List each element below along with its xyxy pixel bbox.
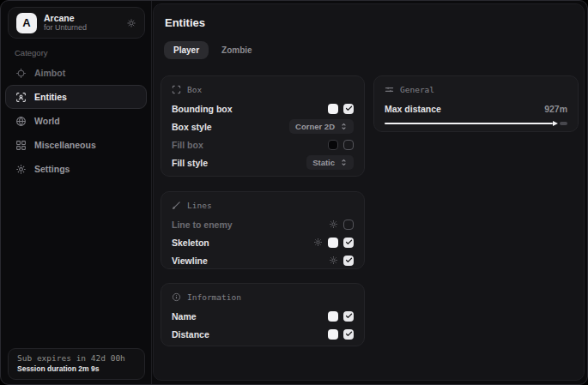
lines-section-card: Lines Line to enemy Skeleton (161, 191, 365, 269)
sidebar-item-label: World (34, 116, 60, 126)
sidebar-item-world[interactable]: World (5, 109, 147, 133)
chevron-up-down-icon (340, 123, 348, 130)
setting-label: Bounding box (172, 104, 233, 114)
setting-row-fill-box: Fill box (172, 138, 354, 151)
setting-row-max-distance: Max distance 927m (385, 102, 567, 115)
setting-label: Distance (172, 329, 209, 340)
session-duration-text: Session duration 2m 9s (17, 364, 136, 373)
sidebar-item-aimbot[interactable]: Aimbot (5, 61, 147, 85)
app-subtitle: for Unturned (44, 23, 119, 32)
box-style-select[interactable]: Corner 2D (289, 119, 354, 134)
tab-zombie[interactable]: Zombie (212, 41, 262, 59)
setting-label: Max distance (385, 104, 441, 114)
max-distance-value: 927m (544, 104, 567, 114)
setting-row-fill-style: Fill style Static (172, 156, 354, 169)
setting-row-bounding-box: Bounding box (172, 102, 354, 115)
box-corners-icon (172, 85, 181, 94)
row-settings-gear-icon[interactable] (329, 220, 338, 229)
section-title: General (400, 85, 434, 94)
entity-tabs: Player Zombie (164, 41, 262, 59)
person-scan-icon (15, 92, 27, 103)
chevron-up-down-icon (340, 159, 348, 166)
globe-icon (15, 116, 27, 127)
fill-style-select[interactable]: Static (306, 155, 354, 170)
app-name: Arcane (44, 13, 119, 23)
sub-expires-text: Sub expires in 42d 00h (17, 353, 136, 363)
subscription-status-card: Sub expires in 42d 00h Session duration … (8, 348, 145, 380)
setting-label: Viewline (172, 256, 208, 266)
box-section-header: Box (172, 84, 354, 94)
sidebar-item-label: Entities (34, 92, 67, 102)
setting-row-box-style: Box style Corner 2D (172, 120, 354, 133)
sidebar-item-settings[interactable]: Settings (5, 157, 147, 181)
diagonal-line-icon (172, 201, 181, 210)
setting-label: Box style (172, 122, 212, 132)
slider-thumb-arrow[interactable] (553, 121, 558, 126)
information-section-card: Information Name Distance (161, 283, 365, 346)
row-settings-gear-icon[interactable] (329, 256, 338, 265)
sidebar-item-label: Miscellaneous (34, 140, 96, 150)
checkbox-unchecked[interactable] (343, 140, 354, 150)
setting-label: Fill box (172, 140, 203, 150)
sync-icon[interactable] (126, 18, 136, 28)
checkbox-checked[interactable] (343, 311, 354, 322)
sidebar-item-label: Aimbot (34, 68, 65, 78)
setting-label: Line to enemy (172, 220, 233, 230)
sidebar-item-entities[interactable]: Entities (5, 85, 147, 109)
setting-row-name: Name (172, 310, 354, 322)
color-swatch[interactable] (328, 311, 338, 322)
grid-icon (15, 140, 27, 151)
sidebar: A Arcane for Unturned Category Aimbot (1, 1, 152, 384)
main-panel: Entities Player Zombie Box Bounding box (153, 3, 585, 381)
slider-track-remainder (560, 122, 567, 125)
sidebar-item-miscellaneous[interactable]: Miscellaneous (5, 133, 147, 157)
box-section-card: Box Bounding box Box style Corner 2D (161, 75, 365, 177)
section-title: Box (187, 85, 202, 94)
color-swatch[interactable] (328, 238, 338, 248)
category-label: Category (15, 48, 48, 57)
setting-label: Fill style (172, 158, 208, 168)
checkbox-checked[interactable] (343, 329, 354, 340)
checkbox-checked[interactable] (343, 238, 354, 248)
select-value: Static (312, 158, 335, 167)
section-title: Lines (187, 201, 212, 210)
setting-row-skeleton: Skeleton (172, 236, 354, 249)
checkbox-unchecked[interactable] (343, 220, 354, 230)
select-value: Corner 2D (295, 122, 335, 131)
app-brand-card: A Arcane for Unturned (8, 7, 145, 39)
setting-row-viewline: Viewline (172, 254, 354, 267)
sidebar-item-label: Settings (34, 164, 70, 174)
row-settings-gear-icon[interactable] (313, 238, 323, 247)
color-swatch[interactable] (328, 104, 338, 114)
section-title: Information (187, 292, 241, 302)
setting-label: Name (172, 311, 197, 322)
app-logo: A (16, 13, 37, 33)
checkbox-checked[interactable] (343, 256, 354, 266)
slider-fill (385, 123, 553, 124)
setting-row-line-to-enemy: Line to enemy (172, 218, 354, 231)
app-window: A Arcane for Unturned Category Aimbot (0, 0, 588, 385)
max-distance-slider[interactable] (385, 121, 567, 126)
setting-row-distance: Distance (172, 328, 354, 340)
color-swatch[interactable] (328, 329, 338, 340)
crosshair-icon (15, 68, 27, 79)
sidebar-nav: Aimbot Entities World Miscellaneous (5, 61, 147, 181)
info-icon (172, 292, 181, 302)
general-section-header: General (385, 84, 567, 94)
lines-section-header: Lines (172, 200, 354, 210)
general-section-card: General Max distance 927m (373, 75, 579, 132)
sliders-icon (385, 85, 394, 94)
setting-label: Skeleton (172, 238, 209, 248)
page-title: Entities (165, 16, 205, 29)
checkbox-checked[interactable] (343, 104, 354, 114)
color-swatch[interactable] (328, 140, 338, 150)
tab-player[interactable]: Player (164, 41, 209, 59)
information-section-header: Information (172, 292, 354, 302)
gear-icon (15, 164, 27, 175)
